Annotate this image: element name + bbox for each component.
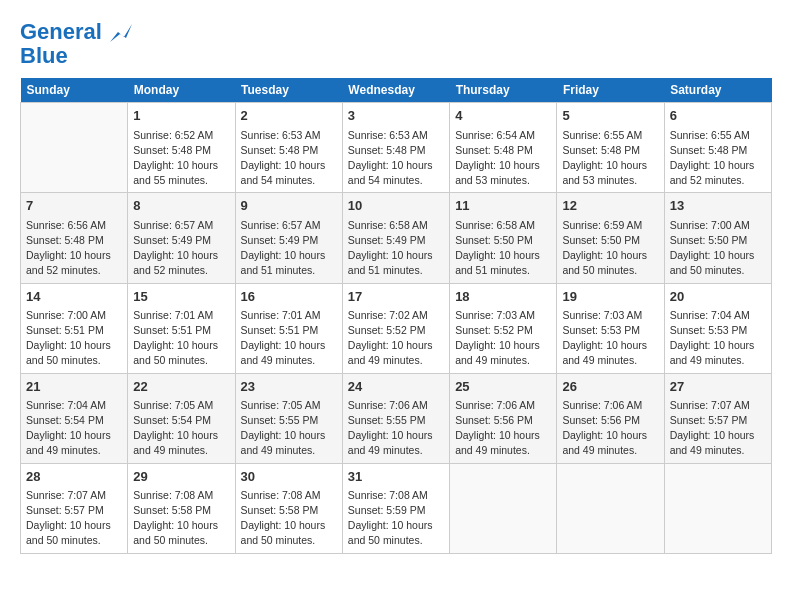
day-info: Sunrise: 7:08 AM Sunset: 5:59 PM Dayligh…	[348, 488, 444, 549]
calendar-cell: 7Sunrise: 6:56 AM Sunset: 5:48 PM Daylig…	[21, 193, 128, 283]
day-number: 11	[455, 197, 551, 215]
calendar-cell	[664, 463, 771, 553]
day-info: Sunrise: 6:53 AM Sunset: 5:48 PM Dayligh…	[241, 128, 337, 189]
calendar-cell: 25Sunrise: 7:06 AM Sunset: 5:56 PM Dayli…	[450, 373, 557, 463]
day-number: 21	[26, 378, 122, 396]
logo-bird-icon	[110, 24, 132, 42]
day-info: Sunrise: 7:01 AM Sunset: 5:51 PM Dayligh…	[133, 308, 229, 369]
day-number: 9	[241, 197, 337, 215]
calendar-cell: 27Sunrise: 7:07 AM Sunset: 5:57 PM Dayli…	[664, 373, 771, 463]
calendar-table: SundayMondayTuesdayWednesdayThursdayFrid…	[20, 78, 772, 553]
day-info: Sunrise: 7:03 AM Sunset: 5:53 PM Dayligh…	[562, 308, 658, 369]
day-info: Sunrise: 6:57 AM Sunset: 5:49 PM Dayligh…	[241, 218, 337, 279]
day-info: Sunrise: 7:05 AM Sunset: 5:54 PM Dayligh…	[133, 398, 229, 459]
day-number: 7	[26, 197, 122, 215]
calendar-cell: 9Sunrise: 6:57 AM Sunset: 5:49 PM Daylig…	[235, 193, 342, 283]
day-info: Sunrise: 7:01 AM Sunset: 5:51 PM Dayligh…	[241, 308, 337, 369]
day-number: 22	[133, 378, 229, 396]
day-info: Sunrise: 7:04 AM Sunset: 5:54 PM Dayligh…	[26, 398, 122, 459]
day-info: Sunrise: 7:02 AM Sunset: 5:52 PM Dayligh…	[348, 308, 444, 369]
calendar-cell: 3Sunrise: 6:53 AM Sunset: 5:48 PM Daylig…	[342, 103, 449, 193]
calendar-cell: 12Sunrise: 6:59 AM Sunset: 5:50 PM Dayli…	[557, 193, 664, 283]
logo-blue-text: Blue	[20, 44, 68, 68]
day-number: 25	[455, 378, 551, 396]
calendar-cell: 1Sunrise: 6:52 AM Sunset: 5:48 PM Daylig…	[128, 103, 235, 193]
day-number: 24	[348, 378, 444, 396]
day-header-tuesday: Tuesday	[235, 78, 342, 103]
day-number: 15	[133, 288, 229, 306]
day-info: Sunrise: 7:05 AM Sunset: 5:55 PM Dayligh…	[241, 398, 337, 459]
day-number: 18	[455, 288, 551, 306]
calendar-week-row: 28Sunrise: 7:07 AM Sunset: 5:57 PM Dayli…	[21, 463, 772, 553]
day-number: 28	[26, 468, 122, 486]
day-header-wednesday: Wednesday	[342, 78, 449, 103]
day-header-friday: Friday	[557, 78, 664, 103]
day-info: Sunrise: 7:08 AM Sunset: 5:58 PM Dayligh…	[241, 488, 337, 549]
day-info: Sunrise: 7:06 AM Sunset: 5:56 PM Dayligh…	[455, 398, 551, 459]
day-info: Sunrise: 7:06 AM Sunset: 5:55 PM Dayligh…	[348, 398, 444, 459]
day-number: 27	[670, 378, 766, 396]
calendar-week-row: 7Sunrise: 6:56 AM Sunset: 5:48 PM Daylig…	[21, 193, 772, 283]
day-info: Sunrise: 6:54 AM Sunset: 5:48 PM Dayligh…	[455, 128, 551, 189]
calendar-cell: 18Sunrise: 7:03 AM Sunset: 5:52 PM Dayli…	[450, 283, 557, 373]
svg-marker-0	[110, 24, 132, 42]
logo: General Blue	[20, 20, 132, 68]
day-header-sunday: Sunday	[21, 78, 128, 103]
day-info: Sunrise: 7:03 AM Sunset: 5:52 PM Dayligh…	[455, 308, 551, 369]
day-info: Sunrise: 7:07 AM Sunset: 5:57 PM Dayligh…	[670, 398, 766, 459]
calendar-cell	[557, 463, 664, 553]
calendar-cell: 29Sunrise: 7:08 AM Sunset: 5:58 PM Dayli…	[128, 463, 235, 553]
day-header-saturday: Saturday	[664, 78, 771, 103]
calendar-cell: 14Sunrise: 7:00 AM Sunset: 5:51 PM Dayli…	[21, 283, 128, 373]
day-number: 14	[26, 288, 122, 306]
day-number: 3	[348, 107, 444, 125]
day-number: 26	[562, 378, 658, 396]
day-info: Sunrise: 6:52 AM Sunset: 5:48 PM Dayligh…	[133, 128, 229, 189]
day-info: Sunrise: 6:56 AM Sunset: 5:48 PM Dayligh…	[26, 218, 122, 279]
calendar-cell: 24Sunrise: 7:06 AM Sunset: 5:55 PM Dayli…	[342, 373, 449, 463]
calendar-cell	[21, 103, 128, 193]
day-info: Sunrise: 6:57 AM Sunset: 5:49 PM Dayligh…	[133, 218, 229, 279]
calendar-cell: 10Sunrise: 6:58 AM Sunset: 5:49 PM Dayli…	[342, 193, 449, 283]
day-info: Sunrise: 7:00 AM Sunset: 5:51 PM Dayligh…	[26, 308, 122, 369]
calendar-cell: 5Sunrise: 6:55 AM Sunset: 5:48 PM Daylig…	[557, 103, 664, 193]
day-number: 29	[133, 468, 229, 486]
calendar-cell: 20Sunrise: 7:04 AM Sunset: 5:53 PM Dayli…	[664, 283, 771, 373]
day-info: Sunrise: 7:08 AM Sunset: 5:58 PM Dayligh…	[133, 488, 229, 549]
day-number: 17	[348, 288, 444, 306]
day-info: Sunrise: 7:04 AM Sunset: 5:53 PM Dayligh…	[670, 308, 766, 369]
day-info: Sunrise: 7:06 AM Sunset: 5:56 PM Dayligh…	[562, 398, 658, 459]
day-number: 4	[455, 107, 551, 125]
day-info: Sunrise: 6:55 AM Sunset: 5:48 PM Dayligh…	[562, 128, 658, 189]
calendar-cell: 28Sunrise: 7:07 AM Sunset: 5:57 PM Dayli…	[21, 463, 128, 553]
day-info: Sunrise: 6:55 AM Sunset: 5:48 PM Dayligh…	[670, 128, 766, 189]
calendar-week-row: 1Sunrise: 6:52 AM Sunset: 5:48 PM Daylig…	[21, 103, 772, 193]
calendar-cell: 15Sunrise: 7:01 AM Sunset: 5:51 PM Dayli…	[128, 283, 235, 373]
day-info: Sunrise: 7:00 AM Sunset: 5:50 PM Dayligh…	[670, 218, 766, 279]
day-number: 8	[133, 197, 229, 215]
logo-text: General	[20, 20, 132, 44]
calendar-cell: 2Sunrise: 6:53 AM Sunset: 5:48 PM Daylig…	[235, 103, 342, 193]
calendar-cell: 13Sunrise: 7:00 AM Sunset: 5:50 PM Dayli…	[664, 193, 771, 283]
day-info: Sunrise: 6:58 AM Sunset: 5:50 PM Dayligh…	[455, 218, 551, 279]
day-number: 19	[562, 288, 658, 306]
calendar-cell	[450, 463, 557, 553]
day-number: 31	[348, 468, 444, 486]
day-number: 12	[562, 197, 658, 215]
day-number: 10	[348, 197, 444, 215]
calendar-cell: 17Sunrise: 7:02 AM Sunset: 5:52 PM Dayli…	[342, 283, 449, 373]
day-number: 30	[241, 468, 337, 486]
day-header-monday: Monday	[128, 78, 235, 103]
day-number: 20	[670, 288, 766, 306]
day-info: Sunrise: 6:53 AM Sunset: 5:48 PM Dayligh…	[348, 128, 444, 189]
day-number: 5	[562, 107, 658, 125]
day-info: Sunrise: 7:07 AM Sunset: 5:57 PM Dayligh…	[26, 488, 122, 549]
calendar-cell: 8Sunrise: 6:57 AM Sunset: 5:49 PM Daylig…	[128, 193, 235, 283]
calendar-week-row: 21Sunrise: 7:04 AM Sunset: 5:54 PM Dayli…	[21, 373, 772, 463]
calendar-cell: 6Sunrise: 6:55 AM Sunset: 5:48 PM Daylig…	[664, 103, 771, 193]
day-info: Sunrise: 6:59 AM Sunset: 5:50 PM Dayligh…	[562, 218, 658, 279]
day-info: Sunrise: 6:58 AM Sunset: 5:49 PM Dayligh…	[348, 218, 444, 279]
calendar-cell: 23Sunrise: 7:05 AM Sunset: 5:55 PM Dayli…	[235, 373, 342, 463]
calendar-cell: 21Sunrise: 7:04 AM Sunset: 5:54 PM Dayli…	[21, 373, 128, 463]
day-number: 1	[133, 107, 229, 125]
